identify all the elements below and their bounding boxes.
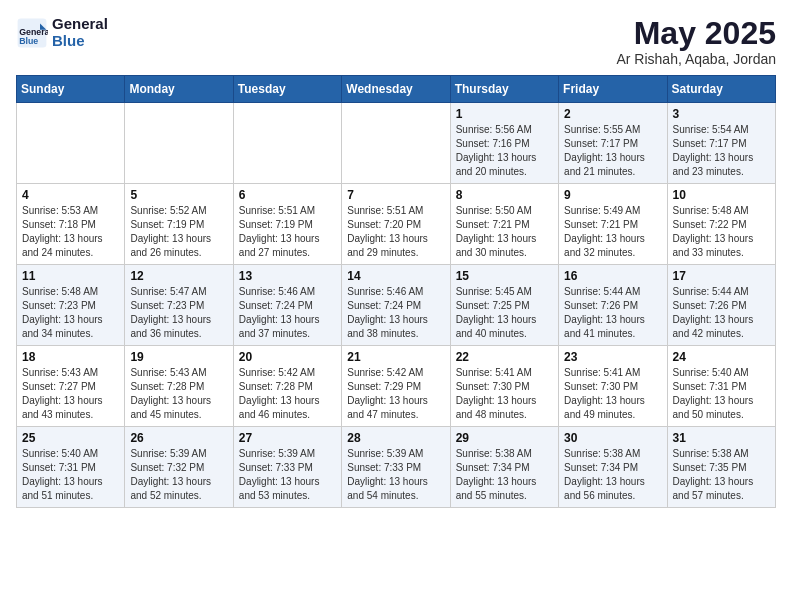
day-number: 29 bbox=[456, 431, 553, 445]
day-of-week-header: Sunday bbox=[17, 76, 125, 103]
calendar-cell: 27Sunrise: 5:39 AMSunset: 7:33 PMDayligh… bbox=[233, 427, 341, 508]
day-number: 27 bbox=[239, 431, 336, 445]
day-detail: Sunrise: 5:53 AMSunset: 7:18 PMDaylight:… bbox=[22, 204, 119, 260]
day-of-week-header: Monday bbox=[125, 76, 233, 103]
title-block: May 2025 Ar Rishah, Aqaba, Jordan bbox=[616, 16, 776, 67]
day-detail: Sunrise: 5:41 AMSunset: 7:30 PMDaylight:… bbox=[456, 366, 553, 422]
day-detail: Sunrise: 5:38 AMSunset: 7:34 PMDaylight:… bbox=[456, 447, 553, 503]
calendar-cell: 29Sunrise: 5:38 AMSunset: 7:34 PMDayligh… bbox=[450, 427, 558, 508]
calendar-cell: 16Sunrise: 5:44 AMSunset: 7:26 PMDayligh… bbox=[559, 265, 667, 346]
day-number: 10 bbox=[673, 188, 770, 202]
day-number: 5 bbox=[130, 188, 227, 202]
day-detail: Sunrise: 5:38 AMSunset: 7:34 PMDaylight:… bbox=[564, 447, 661, 503]
day-number: 17 bbox=[673, 269, 770, 283]
day-detail: Sunrise: 5:52 AMSunset: 7:19 PMDaylight:… bbox=[130, 204, 227, 260]
day-detail: Sunrise: 5:44 AMSunset: 7:26 PMDaylight:… bbox=[564, 285, 661, 341]
day-detail: Sunrise: 5:49 AMSunset: 7:21 PMDaylight:… bbox=[564, 204, 661, 260]
calendar-week-row: 11Sunrise: 5:48 AMSunset: 7:23 PMDayligh… bbox=[17, 265, 776, 346]
calendar-cell bbox=[17, 103, 125, 184]
calendar-week-row: 18Sunrise: 5:43 AMSunset: 7:27 PMDayligh… bbox=[17, 346, 776, 427]
day-number: 31 bbox=[673, 431, 770, 445]
calendar-cell: 26Sunrise: 5:39 AMSunset: 7:32 PMDayligh… bbox=[125, 427, 233, 508]
calendar-cell bbox=[125, 103, 233, 184]
day-detail: Sunrise: 5:45 AMSunset: 7:25 PMDaylight:… bbox=[456, 285, 553, 341]
day-number: 7 bbox=[347, 188, 444, 202]
day-detail: Sunrise: 5:39 AMSunset: 7:33 PMDaylight:… bbox=[347, 447, 444, 503]
calendar-cell: 31Sunrise: 5:38 AMSunset: 7:35 PMDayligh… bbox=[667, 427, 775, 508]
logo-icon: General Blue bbox=[16, 17, 48, 49]
calendar-cell: 7Sunrise: 5:51 AMSunset: 7:20 PMDaylight… bbox=[342, 184, 450, 265]
calendar-cell: 14Sunrise: 5:46 AMSunset: 7:24 PMDayligh… bbox=[342, 265, 450, 346]
day-detail: Sunrise: 5:55 AMSunset: 7:17 PMDaylight:… bbox=[564, 123, 661, 179]
calendar-header-row: SundayMondayTuesdayWednesdayThursdayFrid… bbox=[17, 76, 776, 103]
day-detail: Sunrise: 5:43 AMSunset: 7:27 PMDaylight:… bbox=[22, 366, 119, 422]
month-title: May 2025 bbox=[616, 16, 776, 51]
calendar-cell: 18Sunrise: 5:43 AMSunset: 7:27 PMDayligh… bbox=[17, 346, 125, 427]
calendar-cell: 12Sunrise: 5:47 AMSunset: 7:23 PMDayligh… bbox=[125, 265, 233, 346]
calendar-cell: 13Sunrise: 5:46 AMSunset: 7:24 PMDayligh… bbox=[233, 265, 341, 346]
calendar-cell: 21Sunrise: 5:42 AMSunset: 7:29 PMDayligh… bbox=[342, 346, 450, 427]
calendar-cell: 9Sunrise: 5:49 AMSunset: 7:21 PMDaylight… bbox=[559, 184, 667, 265]
day-detail: Sunrise: 5:54 AMSunset: 7:17 PMDaylight:… bbox=[673, 123, 770, 179]
calendar-cell bbox=[342, 103, 450, 184]
day-number: 3 bbox=[673, 107, 770, 121]
day-number: 13 bbox=[239, 269, 336, 283]
day-detail: Sunrise: 5:42 AMSunset: 7:29 PMDaylight:… bbox=[347, 366, 444, 422]
day-of-week-header: Friday bbox=[559, 76, 667, 103]
calendar-cell: 10Sunrise: 5:48 AMSunset: 7:22 PMDayligh… bbox=[667, 184, 775, 265]
day-number: 19 bbox=[130, 350, 227, 364]
day-detail: Sunrise: 5:56 AMSunset: 7:16 PMDaylight:… bbox=[456, 123, 553, 179]
day-number: 8 bbox=[456, 188, 553, 202]
calendar-cell: 23Sunrise: 5:41 AMSunset: 7:30 PMDayligh… bbox=[559, 346, 667, 427]
day-detail: Sunrise: 5:38 AMSunset: 7:35 PMDaylight:… bbox=[673, 447, 770, 503]
day-number: 28 bbox=[347, 431, 444, 445]
day-number: 12 bbox=[130, 269, 227, 283]
day-number: 23 bbox=[564, 350, 661, 364]
location-subtitle: Ar Rishah, Aqaba, Jordan bbox=[616, 51, 776, 67]
calendar-week-row: 4Sunrise: 5:53 AMSunset: 7:18 PMDaylight… bbox=[17, 184, 776, 265]
calendar-cell: 22Sunrise: 5:41 AMSunset: 7:30 PMDayligh… bbox=[450, 346, 558, 427]
day-detail: Sunrise: 5:46 AMSunset: 7:24 PMDaylight:… bbox=[239, 285, 336, 341]
calendar-cell: 30Sunrise: 5:38 AMSunset: 7:34 PMDayligh… bbox=[559, 427, 667, 508]
day-number: 14 bbox=[347, 269, 444, 283]
day-number: 24 bbox=[673, 350, 770, 364]
calendar-cell: 8Sunrise: 5:50 AMSunset: 7:21 PMDaylight… bbox=[450, 184, 558, 265]
day-number: 25 bbox=[22, 431, 119, 445]
calendar-cell: 5Sunrise: 5:52 AMSunset: 7:19 PMDaylight… bbox=[125, 184, 233, 265]
day-detail: Sunrise: 5:50 AMSunset: 7:21 PMDaylight:… bbox=[456, 204, 553, 260]
calendar-cell: 20Sunrise: 5:42 AMSunset: 7:28 PMDayligh… bbox=[233, 346, 341, 427]
day-detail: Sunrise: 5:42 AMSunset: 7:28 PMDaylight:… bbox=[239, 366, 336, 422]
day-detail: Sunrise: 5:39 AMSunset: 7:33 PMDaylight:… bbox=[239, 447, 336, 503]
day-number: 16 bbox=[564, 269, 661, 283]
day-number: 22 bbox=[456, 350, 553, 364]
day-detail: Sunrise: 5:46 AMSunset: 7:24 PMDaylight:… bbox=[347, 285, 444, 341]
day-detail: Sunrise: 5:44 AMSunset: 7:26 PMDaylight:… bbox=[673, 285, 770, 341]
day-detail: Sunrise: 5:51 AMSunset: 7:19 PMDaylight:… bbox=[239, 204, 336, 260]
calendar-cell: 19Sunrise: 5:43 AMSunset: 7:28 PMDayligh… bbox=[125, 346, 233, 427]
calendar-cell: 28Sunrise: 5:39 AMSunset: 7:33 PMDayligh… bbox=[342, 427, 450, 508]
day-detail: Sunrise: 5:40 AMSunset: 7:31 PMDaylight:… bbox=[673, 366, 770, 422]
day-of-week-header: Thursday bbox=[450, 76, 558, 103]
calendar-cell: 6Sunrise: 5:51 AMSunset: 7:19 PMDaylight… bbox=[233, 184, 341, 265]
day-number: 4 bbox=[22, 188, 119, 202]
calendar-table: SundayMondayTuesdayWednesdayThursdayFrid… bbox=[16, 75, 776, 508]
calendar-cell: 1Sunrise: 5:56 AMSunset: 7:16 PMDaylight… bbox=[450, 103, 558, 184]
day-number: 6 bbox=[239, 188, 336, 202]
calendar-week-row: 25Sunrise: 5:40 AMSunset: 7:31 PMDayligh… bbox=[17, 427, 776, 508]
calendar-cell: 4Sunrise: 5:53 AMSunset: 7:18 PMDaylight… bbox=[17, 184, 125, 265]
day-detail: Sunrise: 5:51 AMSunset: 7:20 PMDaylight:… bbox=[347, 204, 444, 260]
calendar-cell: 17Sunrise: 5:44 AMSunset: 7:26 PMDayligh… bbox=[667, 265, 775, 346]
calendar-cell: 11Sunrise: 5:48 AMSunset: 7:23 PMDayligh… bbox=[17, 265, 125, 346]
day-number: 30 bbox=[564, 431, 661, 445]
day-detail: Sunrise: 5:43 AMSunset: 7:28 PMDaylight:… bbox=[130, 366, 227, 422]
svg-text:Blue: Blue bbox=[19, 36, 38, 46]
day-number: 2 bbox=[564, 107, 661, 121]
calendar-cell: 24Sunrise: 5:40 AMSunset: 7:31 PMDayligh… bbox=[667, 346, 775, 427]
day-detail: Sunrise: 5:40 AMSunset: 7:31 PMDaylight:… bbox=[22, 447, 119, 503]
day-number: 15 bbox=[456, 269, 553, 283]
day-number: 21 bbox=[347, 350, 444, 364]
logo-line1: General bbox=[52, 16, 108, 33]
day-detail: Sunrise: 5:48 AMSunset: 7:23 PMDaylight:… bbox=[22, 285, 119, 341]
calendar-cell: 3Sunrise: 5:54 AMSunset: 7:17 PMDaylight… bbox=[667, 103, 775, 184]
calendar-cell: 2Sunrise: 5:55 AMSunset: 7:17 PMDaylight… bbox=[559, 103, 667, 184]
